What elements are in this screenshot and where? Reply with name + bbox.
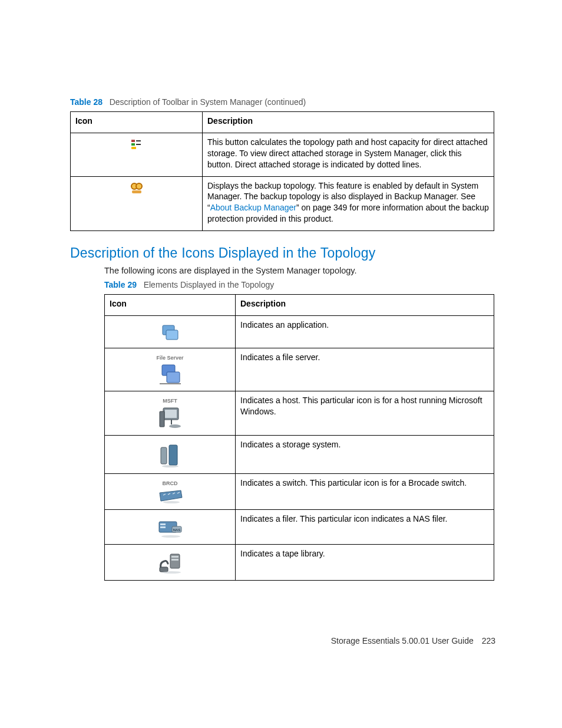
filer-icon: NAS xyxy=(158,518,183,538)
svg-rect-8 xyxy=(161,447,167,464)
table-row: This button calculates the topology path… xyxy=(71,133,494,176)
table-row: File Server Indicates a file server. xyxy=(105,348,494,391)
col-header-icon: Icon xyxy=(105,295,236,316)
table-row: MSFT Indicates a host. This particular i… xyxy=(105,391,494,436)
table28-label: Table 28 xyxy=(70,97,103,107)
col-header-description: Description xyxy=(203,112,494,133)
svg-rect-5 xyxy=(165,410,177,418)
page-number: 223 xyxy=(482,636,495,645)
col-header-icon: Icon xyxy=(71,112,203,133)
table-row: Displays the backup topology. This featu… xyxy=(71,176,494,231)
icon-cell-application xyxy=(105,316,236,348)
desc-cell: Indicates a switch. This particular icon… xyxy=(236,474,494,510)
desc-cell: Displays the backup topology. This featu… xyxy=(203,176,494,231)
switch-label: BRCD xyxy=(110,480,230,487)
svg-rect-3 xyxy=(167,372,180,383)
table-row: Indicates a storage system. xyxy=(105,436,494,474)
desc-cell: Indicates a storage system. xyxy=(236,436,494,474)
file-server-icon xyxy=(158,364,182,385)
backup-topology-icon xyxy=(131,183,143,193)
calculate-topology-icon xyxy=(131,139,142,150)
table-header-row: Icon Description xyxy=(71,112,494,133)
toolbar-backup-icon-cell xyxy=(71,176,203,231)
icon-cell-switch: BRCD xyxy=(105,474,236,510)
section-intro: The following icons are displayed in the… xyxy=(104,266,495,275)
svg-point-17 xyxy=(161,535,180,538)
desc-cell: Indicates a host. This particular icon i… xyxy=(236,391,494,436)
table28-title: Description of Toolbar in System Manager… xyxy=(110,97,306,107)
svg-point-10 xyxy=(162,465,178,467)
about-backup-manager-link[interactable]: About Backup Manager xyxy=(210,203,296,212)
svg-rect-20 xyxy=(171,559,178,561)
svg-rect-6 xyxy=(160,411,164,427)
svg-rect-9 xyxy=(169,445,177,465)
svg-rect-13 xyxy=(160,523,166,525)
desc-cell: Indicates a file server. xyxy=(236,348,494,391)
table29-label: Table 29 xyxy=(104,280,137,289)
desc-cell: Indicates a tape library. xyxy=(236,545,494,581)
svg-point-22 xyxy=(162,571,181,574)
footer-text: Storage Essentials 5.00.01 User Guide xyxy=(331,636,474,645)
table-row: Indicates a tape library. xyxy=(105,545,494,581)
host-icon xyxy=(158,407,182,429)
host-label: MSFT xyxy=(110,397,230,404)
table29: Icon Description Indicates an applicatio… xyxy=(104,294,494,581)
table-row: BRCD Indicates a switch. This particular… xyxy=(105,474,494,510)
table-row: Indicates an application. xyxy=(105,316,494,348)
svg-rect-1 xyxy=(166,330,178,340)
col-header-description: Description xyxy=(236,295,494,316)
icon-cell-fileserver: File Server xyxy=(105,348,236,391)
icon-cell-tapelibrary xyxy=(105,545,236,581)
page-footer: Storage Essentials 5.00.01 User Guide 22… xyxy=(331,636,495,645)
tape-library-icon xyxy=(157,553,183,574)
svg-rect-14 xyxy=(160,526,166,528)
svg-text:NAS: NAS xyxy=(173,528,180,532)
table28: Icon Description This button calculates … xyxy=(70,111,494,231)
toolbar-das-icon-cell xyxy=(71,133,203,176)
svg-rect-21 xyxy=(160,567,168,572)
desc-cell: This button calculates the topology path… xyxy=(203,133,494,176)
table-row: NAS Indicates a filer. This particular i… xyxy=(105,510,494,545)
switch-icon xyxy=(157,489,183,503)
file-server-label: File Server xyxy=(110,354,230,361)
icon-cell-host: MSFT xyxy=(105,391,236,436)
desc-cell: Indicates an application. xyxy=(236,316,494,348)
svg-rect-19 xyxy=(171,556,178,558)
table28-caption: Table 28 Description of Toolbar in Syste… xyxy=(70,97,495,107)
table29-title: Elements Displayed in the Topology xyxy=(144,280,275,289)
table29-caption: Table 29 Elements Displayed in the Topol… xyxy=(104,280,495,289)
section-heading: Description of the Icons Displayed in th… xyxy=(70,245,495,261)
icon-cell-filer: NAS xyxy=(105,510,236,545)
desc-cell: Indicates a filer. This particular icon … xyxy=(236,510,494,545)
svg-point-7 xyxy=(169,424,181,428)
svg-point-11 xyxy=(163,501,180,503)
table-header-row: Icon Description xyxy=(105,295,494,316)
icon-cell-storage xyxy=(105,436,236,474)
storage-system-icon xyxy=(160,444,181,467)
application-icon xyxy=(160,324,180,342)
